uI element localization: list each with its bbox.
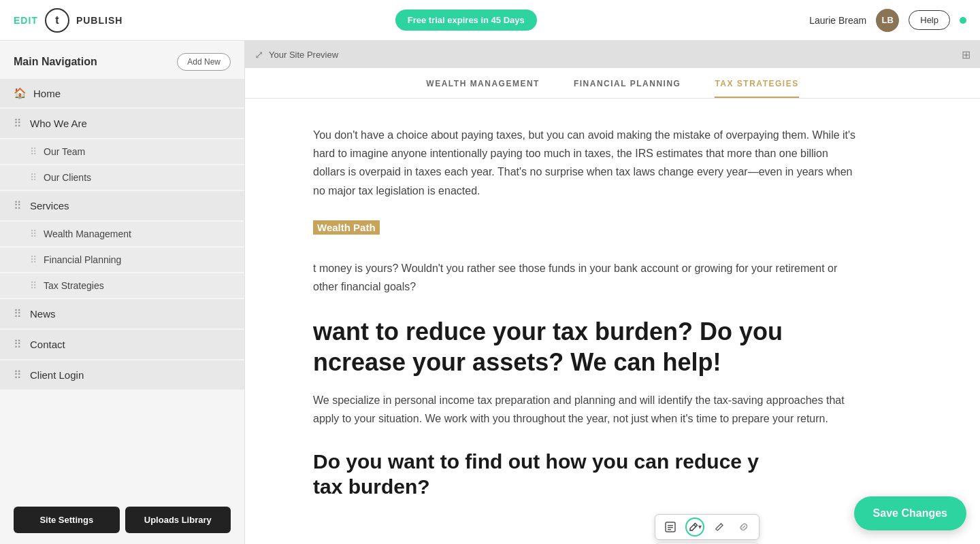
add-new-button[interactable]: Add New <box>177 53 231 71</box>
content-heading-1: want to reduce your tax burden? Do you n… <box>313 316 858 377</box>
drag-handle-icon: ⠿ <box>30 172 37 183</box>
sidebar-item-wealth-management-label: Wealth Management <box>44 228 131 239</box>
site-nav-financial-planning[interactable]: FINANCIAL PLANNING <box>574 79 681 98</box>
preview-expand-icon[interactable]: ⊞ <box>962 48 970 61</box>
style-icon-button[interactable]: ▾ <box>685 517 704 537</box>
preview-bar-left: ⤢ Your Site Preview <box>255 48 338 61</box>
sidebar-item-our-team-label: Our Team <box>44 146 85 157</box>
sidebar-item-our-clients[interactable]: ⠿ Our Clients <box>0 165 244 190</box>
expand-arrows-icon: ⤢ <box>255 48 263 61</box>
sidebar-item-who-we-are[interactable]: ⠿ Who We Are <box>0 109 244 138</box>
drag-handle-icon: ⠿ <box>30 280 37 291</box>
avatar: LB <box>876 9 899 32</box>
site-nav-tax-strategies[interactable]: TAX STRATEGIES <box>715 79 798 98</box>
drag-handle-icon: ⠿ <box>30 228 37 239</box>
site-nav: WEALTH MANAGEMENT FINANCIAL PLANNING TAX… <box>245 68 980 99</box>
drag-handle-icon: ⠿ <box>14 338 22 351</box>
wealth-path-link[interactable]: Wealth Path <box>313 220 380 235</box>
highlighted-link-container: Wealth Path <box>313 220 858 248</box>
sidebar-item-client-login-label: Client Login <box>30 369 84 381</box>
sidebar-item-home-label: Home <box>33 88 61 99</box>
sidebar-item-news[interactable]: ⠿ News <box>0 299 244 328</box>
floating-toolbar: ▾ <box>655 514 760 544</box>
publish-label[interactable]: PUBLISH <box>76 15 122 26</box>
sidebar-item-wealth-management[interactable]: ⠿ Wealth Management <box>0 222 244 246</box>
sidebar-item-contact-label: Contact <box>30 339 65 350</box>
status-dot <box>960 17 966 24</box>
main-layout: Main Navigation Add New 🏠 Home ⠿ Who We … <box>0 41 980 544</box>
edit-icon-button[interactable] <box>710 517 729 537</box>
sidebar-item-client-login[interactable]: ⠿ Client Login <box>0 360 244 390</box>
sidebar-header: Main Navigation Add New <box>0 41 244 79</box>
content-paragraph-3: We specialize in personal income tax pre… <box>313 391 858 428</box>
logo: t <box>45 8 69 33</box>
sidebar-item-home[interactable]: 🏠 Home <box>0 79 244 107</box>
preview-arrows: ⤢ <box>255 48 263 61</box>
drag-handle-icon: ⠿ <box>14 199 22 212</box>
sidebar-item-financial-planning[interactable]: ⠿ Financial Planning <box>0 248 244 272</box>
drag-handle-icon: ⠿ <box>14 369 22 381</box>
preview-bar: ⤢ Your Site Preview ⊞ <box>245 41 980 68</box>
preview-label: Your Site Preview <box>269 50 338 60</box>
sidebar-item-tax-strategies-label: Tax Strategies <box>44 280 104 291</box>
site-content: WEALTH MANAGEMENT FINANCIAL PLANNING TAX… <box>245 68 980 544</box>
svg-rect-2 <box>668 527 673 528</box>
user-name: Laurie Bream <box>809 15 866 26</box>
trial-badge: Free trial expires in 45 Days <box>395 10 537 31</box>
sidebar-item-services-label: Services <box>30 200 69 211</box>
sidebar-title: Main Navigation <box>14 56 97 68</box>
sidebar-item-news-label: News <box>30 308 56 320</box>
drag-handle-icon: ⠿ <box>30 146 37 157</box>
help-button[interactable]: Help <box>909 10 950 30</box>
edit-label[interactable]: EDIT <box>14 15 38 26</box>
drag-handle-icon: ⠿ <box>14 307 22 320</box>
drag-handle-icon: ⠿ <box>14 117 22 130</box>
top-bar: EDIT t PUBLISH Free trial expires in 45 … <box>0 0 980 41</box>
sidebar-item-financial-planning-label: Financial Planning <box>44 254 121 265</box>
sidebar-item-tax-strategies[interactable]: ⠿ Tax Strategies <box>0 273 244 298</box>
sidebar-bottom: Site Settings Uploads Library <box>0 496 244 544</box>
block-icon-button[interactable] <box>661 517 680 537</box>
link-icon-button[interactable] <box>734 517 753 537</box>
sidebar-item-services[interactable]: ⠿ Services <box>0 191 244 220</box>
content-body: You don't have a choice about paying tax… <box>245 99 926 541</box>
drag-handle-icon: ⠿ <box>30 254 37 265</box>
site-settings-button[interactable]: Site Settings <box>14 507 120 533</box>
svg-rect-1 <box>668 525 673 526</box>
content-paragraph-1: You don't have a choice about paying tax… <box>313 126 858 200</box>
topbar-right: Laurie Bream LB Help <box>809 9 966 32</box>
sidebar-item-who-we-are-label: Who We Are <box>30 118 87 129</box>
sidebar: Main Navigation Add New 🏠 Home ⠿ Who We … <box>0 41 245 544</box>
site-nav-wealth-management[interactable]: WEALTH MANAGEMENT <box>426 79 540 98</box>
sidebar-item-our-team[interactable]: ⠿ Our Team <box>0 139 244 164</box>
content-heading-2: Do you want to find out how you can redu… <box>313 449 858 500</box>
save-changes-button[interactable]: Save Changes <box>854 496 966 530</box>
content-paragraph-2: t money is yours? Wouldn't you rather se… <box>313 259 858 296</box>
preview-pane: ⤢ Your Site Preview ⊞ WEALTH MANAGEMENT … <box>245 41 980 544</box>
uploads-library-button[interactable]: Uploads Library <box>125 507 231 533</box>
toolbar-icons: ▾ <box>655 514 760 540</box>
sidebar-item-our-clients-label: Our Clients <box>44 172 91 183</box>
sidebar-item-contact[interactable]: ⠿ Contact <box>0 330 244 359</box>
home-icon: 🏠 <box>14 87 27 99</box>
svg-rect-3 <box>668 529 671 530</box>
